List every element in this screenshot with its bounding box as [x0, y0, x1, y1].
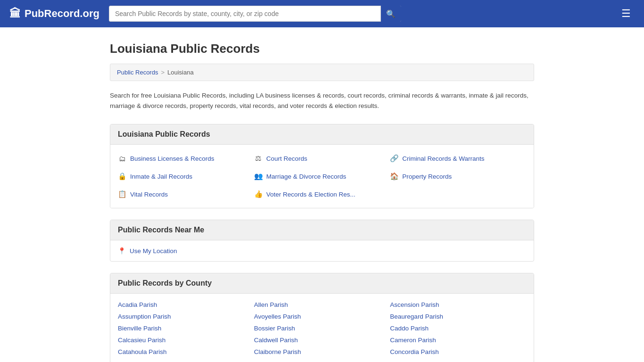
near-me-body: 📍 Use My Location: [110, 240, 534, 261]
county-link[interactable]: Acadia Parish: [118, 301, 254, 308]
record-label: Voter Records & Election Res...: [266, 191, 355, 198]
search-wrapper: 🔍: [109, 6, 401, 22]
county-link[interactable]: Calcasieu Parish: [118, 337, 254, 344]
records-section-body: 🗂 Business Licenses & Records ⚖ Court Re…: [110, 145, 534, 208]
county-link[interactable]: Bienville Parish: [118, 325, 254, 332]
record-icon: 🔒: [118, 172, 126, 181]
search-icon: 🔍: [386, 9, 396, 18]
record-link[interactable]: ⚖ Court Records: [254, 152, 390, 165]
record-label: Property Records: [402, 173, 452, 180]
record-label: Inmate & Jail Records: [130, 173, 192, 180]
record-label: Business Licenses & Records: [130, 155, 215, 162]
menu-icon: ☰: [621, 8, 631, 19]
record-label: Marriage & Divorce Records: [266, 173, 347, 180]
site-logo[interactable]: 🏛 PubRecord.org: [9, 7, 99, 20]
record-link[interactable]: 🔗 Criminal Records & Warrants: [390, 152, 526, 165]
records-section: Louisiana Public Records 🗂 Business Lice…: [110, 124, 534, 208]
breadcrumb: Public Records > Louisiana: [110, 64, 534, 81]
search-button[interactable]: 🔍: [380, 6, 401, 22]
record-label: Criminal Records & Warrants: [402, 155, 484, 162]
county-link[interactable]: Bossier Parish: [254, 325, 390, 332]
breadcrumb-separator: >: [161, 69, 165, 76]
near-me-section-header: Public Records Near Me: [110, 220, 534, 240]
record-label: Vital Records: [130, 191, 168, 198]
county-link[interactable]: Assumption Parish: [118, 313, 254, 320]
record-icon: 🔗: [390, 154, 398, 163]
county-grid: Acadia ParishAllen ParishAscension Paris…: [110, 294, 534, 362]
main-content: Louisiana Public Records Public Records …: [100, 27, 544, 362]
records-grid: 🗂 Business Licenses & Records ⚖ Court Re…: [118, 152, 526, 200]
site-header: 🏛 PubRecord.org 🔍 ☰: [0, 0, 644, 27]
record-link[interactable]: 📋 Vital Records: [118, 188, 254, 200]
county-link[interactable]: Claiborne Parish: [254, 348, 390, 355]
record-link[interactable]: 👥 Marriage & Divorce Records: [254, 170, 390, 182]
near-me-section: Public Records Near Me 📍 Use My Location: [110, 220, 534, 262]
record-link[interactable]: 🏠 Property Records: [390, 170, 526, 182]
county-link[interactable]: Allen Parish: [254, 301, 390, 308]
logo-icon: 🏛: [9, 7, 21, 20]
menu-button[interactable]: ☰: [618, 6, 635, 22]
county-link[interactable]: Caldwell Parish: [254, 337, 390, 344]
record-icon: ⚖: [254, 154, 263, 163]
breadcrumb-current: Louisiana: [167, 69, 194, 76]
record-icon: 🗂: [118, 155, 126, 163]
county-link[interactable]: Ascension Parish: [390, 301, 526, 308]
record-link[interactable]: 👍 Voter Records & Election Res...: [254, 188, 390, 200]
county-link[interactable]: Catahoula Parish: [118, 348, 254, 355]
record-label: Court Records: [266, 155, 307, 162]
county-link[interactable]: Beauregard Parish: [390, 313, 526, 320]
location-label: Use My Location: [130, 247, 177, 255]
page-title: Louisiana Public Records: [110, 41, 534, 56]
county-link[interactable]: Caddo Parish: [390, 325, 526, 332]
record-icon: 👥: [254, 172, 263, 181]
record-link[interactable]: 🗂 Business Licenses & Records: [118, 152, 254, 165]
county-section-header: Public Records by County: [110, 273, 534, 294]
county-section: Public Records by County Acadia ParishAl…: [110, 273, 534, 362]
record-icon: 📋: [118, 190, 126, 198]
county-link[interactable]: Concordia Parish: [390, 348, 526, 355]
search-input[interactable]: [109, 6, 401, 22]
page-description: Search for free Louisiana Public Records…: [110, 90, 534, 111]
record-icon: 👍: [254, 190, 263, 198]
record-link[interactable]: 🔒 Inmate & Jail Records: [118, 170, 254, 182]
county-link[interactable]: Avoyelles Parish: [254, 313, 390, 320]
county-link[interactable]: Cameron Parish: [390, 337, 526, 344]
record-icon: 🏠: [390, 172, 398, 181]
records-section-header: Louisiana Public Records: [110, 124, 534, 145]
use-my-location-link[interactable]: 📍 Use My Location: [118, 247, 526, 255]
breadcrumb-parent[interactable]: Public Records: [117, 69, 158, 76]
logo-text: PubRecord.org: [25, 8, 99, 20]
location-icon: 📍: [118, 247, 126, 255]
